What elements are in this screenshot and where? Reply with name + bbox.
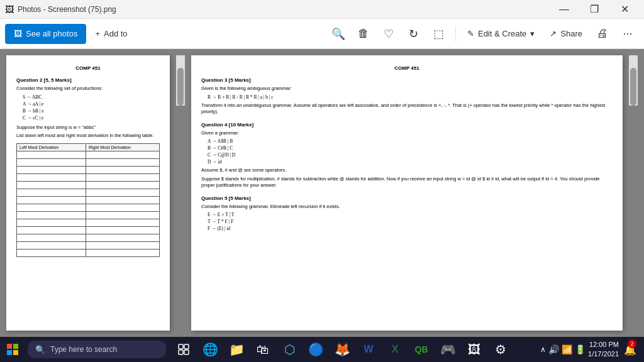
title-bar-controls: — ❐ ✕ xyxy=(550,0,639,19)
share-button[interactable]: ↗ Share xyxy=(543,24,589,44)
app-icon: 🖼 xyxy=(5,4,14,14)
system-tray: ∧ 🔊 📶 🔋 12:00 PM 1/17/2021 🔔 2 xyxy=(535,337,644,362)
q5-prod-t: T → T * F | F xyxy=(208,219,613,224)
q2-list: List down left most and right most deriv… xyxy=(16,133,160,140)
table-row xyxy=(17,166,160,173)
q5-intro: Consider the following grammar. Eliminat… xyxy=(201,204,613,211)
taskbar-firefox[interactable]: 🦊 xyxy=(330,337,355,362)
right-scrollbar[interactable] xyxy=(629,55,638,106)
svg-rect-0 xyxy=(7,344,12,349)
window-title: Photos - Screenshot (75).png xyxy=(18,5,116,14)
table-row xyxy=(17,158,160,166)
clock-time: 12:00 PM xyxy=(588,340,619,349)
maximize-button[interactable]: ❐ xyxy=(580,0,609,19)
q3-given: Given is the following ambiguous grammar… xyxy=(201,85,613,92)
q4-prod-d: D → id xyxy=(208,159,613,165)
q3-transform: Transform it into an unambiguous grammar… xyxy=(201,102,613,116)
close-button[interactable]: ✕ xyxy=(610,0,639,19)
q4-assume: Assume $, # and @ are some operators. xyxy=(201,167,613,174)
taskbar-task-view[interactable] xyxy=(171,337,196,362)
q4-title: Question 4 [10 Marks] xyxy=(201,122,613,128)
minimize-button[interactable]: — xyxy=(550,0,579,19)
search-placeholder: Type here to search xyxy=(50,345,117,354)
add-to-button[interactable]: + Add to xyxy=(89,24,133,44)
right-page-header: COMP 451 xyxy=(201,65,613,71)
taskbar-app1[interactable]: ⬡ xyxy=(277,337,302,362)
taskbar: 🔍 Type here to search 🌐 📁 🛍 ⬡ 🔵 🦊 W X QB… xyxy=(0,337,644,362)
notification-badge: 2 xyxy=(628,339,636,348)
start-button[interactable] xyxy=(0,337,25,362)
table-row xyxy=(17,219,160,226)
taskbar-app2[interactable]: 🎮 xyxy=(435,337,460,362)
q3-grammar: R → R + R | R - R | R * R | a | b | c xyxy=(208,94,613,100)
rotate-button[interactable]: ↻ xyxy=(402,23,425,45)
crop-button[interactable]: ⬚ xyxy=(428,23,450,45)
taskbar-chrome[interactable]: 🔵 xyxy=(303,337,328,362)
edit-icon: ✎ xyxy=(467,29,474,38)
q5-title: Question 5 [5 Marks] xyxy=(201,195,613,201)
chevron-down-icon: ▾ xyxy=(530,29,535,38)
q4-prod-a: A → A$B | B xyxy=(208,138,613,144)
taskbar-qb[interactable]: QB xyxy=(409,337,434,362)
favorite-button[interactable]: ♡ xyxy=(377,23,400,45)
derivation-table-container: Left Most Derivation Right Most Derivati… xyxy=(16,143,160,257)
svg-rect-6 xyxy=(179,350,183,354)
svg-rect-7 xyxy=(184,350,189,354)
right-scroll-thumb[interactable] xyxy=(630,68,636,106)
q2-suppose: Suppose the input string is w = "abbc" xyxy=(16,124,160,131)
table-row xyxy=(17,151,160,158)
wifi-icon[interactable]: 📶 xyxy=(562,344,572,354)
clock-date: 1/17/2021 xyxy=(588,349,619,359)
taskbar-explorer[interactable]: 📁 xyxy=(224,337,249,362)
document-area: COMP 451 Question 2 [5, 5 Marks] Conside… xyxy=(0,49,644,337)
battery-icon[interactable]: 🔋 xyxy=(575,344,586,354)
q4-given: Given a grammar: xyxy=(201,130,613,137)
table-row xyxy=(17,226,160,234)
svg-rect-2 xyxy=(7,350,12,355)
svg-rect-3 xyxy=(13,350,18,355)
print-button[interactable]: 🖨 xyxy=(591,23,614,45)
taskbar-edge[interactable]: 🌐 xyxy=(197,337,223,362)
zoom-in-button[interactable]: 🔍 xyxy=(327,23,350,45)
table-row xyxy=(17,241,160,249)
right-col-header: Right Most Derivation xyxy=(86,143,159,151)
search-box[interactable]: 🔍 Type here to search xyxy=(28,341,166,358)
system-clock[interactable]: 12:00 PM 1/17/2021 xyxy=(588,340,619,359)
table-row xyxy=(17,204,160,211)
speakers-icon[interactable]: 🔊 xyxy=(548,344,559,354)
more-button[interactable]: ··· xyxy=(616,23,639,45)
table-row xyxy=(17,181,160,189)
prod-a: A → aA | e xyxy=(23,101,160,107)
scroll-thumb[interactable] xyxy=(177,68,184,106)
q4-suppose: Suppose $ stands for multiplication, # s… xyxy=(201,176,613,189)
title-bar-left: 🖼 Photos - Screenshot (75).png xyxy=(5,4,116,14)
see-all-photos-button[interactable]: 🖼 See all photos xyxy=(5,24,86,44)
table-row xyxy=(17,173,160,181)
taskbar-gallery[interactable]: 🖼 xyxy=(462,337,487,362)
left-page-header: COMP 451 xyxy=(16,65,160,71)
main-content: COMP 451 Question 2 [5, 5 Marks] Conside… xyxy=(0,49,644,337)
taskbar-store[interactable]: 🛍 xyxy=(250,337,275,362)
svg-rect-1 xyxy=(13,344,18,349)
delete-button[interactable]: 🗑 xyxy=(352,23,375,45)
taskbar-word[interactable]: W xyxy=(356,337,381,362)
q4-prod-c: C → C@D | D xyxy=(208,152,613,158)
table-row xyxy=(17,189,160,196)
q5-prod-e: E → E + T | T xyxy=(208,212,613,217)
table-row xyxy=(17,211,160,219)
toolbar: 🖼 See all photos + Add to 🔍 🗑 ♡ ↻ ⬚ ✎ Ed… xyxy=(0,19,644,49)
q2-intro: Consider the following set of production… xyxy=(16,85,160,92)
table-row xyxy=(17,234,160,241)
add-icon: + xyxy=(95,29,100,38)
q2-title: Question 2 [5, 5 Marks] xyxy=(16,77,160,83)
taskbar-settings[interactable]: ⚙ xyxy=(488,337,513,362)
q5-prod-f: F → (E) | id xyxy=(208,226,613,231)
up-arrow-icon[interactable]: ∧ xyxy=(540,345,546,354)
notification-button[interactable]: 🔔 2 xyxy=(621,337,639,362)
edit-create-button[interactable]: ✎ Edit & Create ▾ xyxy=(461,24,541,44)
prod-b: B → bB | e xyxy=(23,108,160,114)
photos-icon: 🖼 xyxy=(14,29,22,38)
center-scrollbar[interactable] xyxy=(176,55,185,106)
taskbar-apps: 🌐 📁 🛍 ⬡ 🔵 🦊 W X QB 🎮 🖼 ⚙ xyxy=(171,337,513,362)
taskbar-excel[interactable]: X xyxy=(382,337,408,362)
